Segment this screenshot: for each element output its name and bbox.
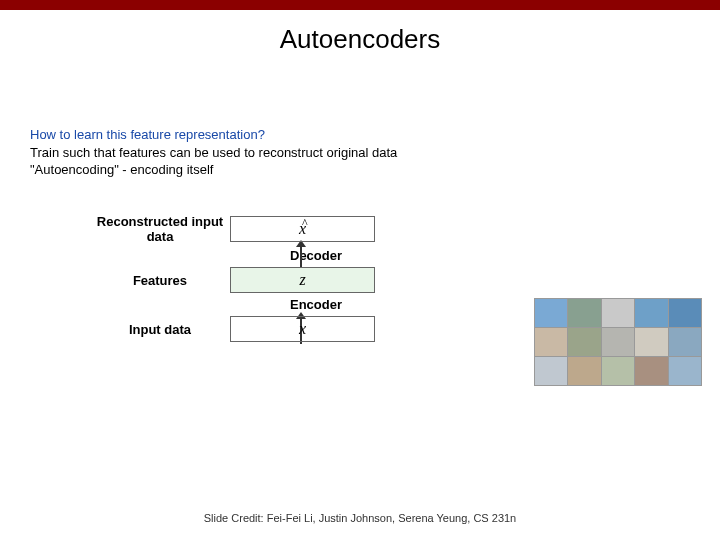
- image-thumb: [568, 328, 600, 356]
- image-thumb: [669, 357, 701, 385]
- xhat-symbol: x: [299, 220, 306, 237]
- features-row: Features z: [90, 267, 450, 293]
- features-box: z: [230, 267, 375, 293]
- image-thumb: [635, 299, 667, 327]
- image-thumb: [602, 357, 634, 385]
- decoder-label: Decoder: [290, 248, 450, 263]
- slide-credit: Slide Credit: Fei-Fei Li, Justin Johnson…: [0, 512, 720, 524]
- image-thumb: [535, 299, 567, 327]
- answer-line-1: Train such that features can be used to …: [30, 144, 397, 162]
- image-thumb: [669, 328, 701, 356]
- image-thumb: [635, 328, 667, 356]
- image-thumb: [535, 328, 567, 356]
- reconstructed-row: Reconstructed input data x: [90, 214, 450, 244]
- body-text: How to learn this feature representation…: [30, 126, 397, 179]
- image-thumb: [535, 357, 567, 385]
- input-box: x: [230, 316, 375, 342]
- autoencoder-diagram: Reconstructed input data x Decoder Featu…: [90, 214, 450, 346]
- image-thumb: [602, 299, 634, 327]
- input-label: Input data: [90, 322, 230, 337]
- image-grid: [534, 298, 702, 386]
- encoder-label: Encoder: [290, 297, 450, 312]
- image-thumb: [568, 357, 600, 385]
- features-label: Features: [90, 273, 230, 288]
- image-thumb: [602, 328, 634, 356]
- image-thumb: [635, 357, 667, 385]
- reconstructed-label: Reconstructed input data: [90, 214, 230, 244]
- question-line: How to learn this feature representation…: [30, 126, 397, 144]
- image-thumb: [669, 299, 701, 327]
- answer-line-2: "Autoencoding" - encoding itself: [30, 161, 397, 179]
- reconstructed-box: x: [230, 216, 375, 242]
- header-bar: [0, 0, 720, 10]
- input-row: Input data x: [90, 316, 450, 342]
- image-thumb: [568, 299, 600, 327]
- slide-title: Autoencoders: [0, 24, 720, 55]
